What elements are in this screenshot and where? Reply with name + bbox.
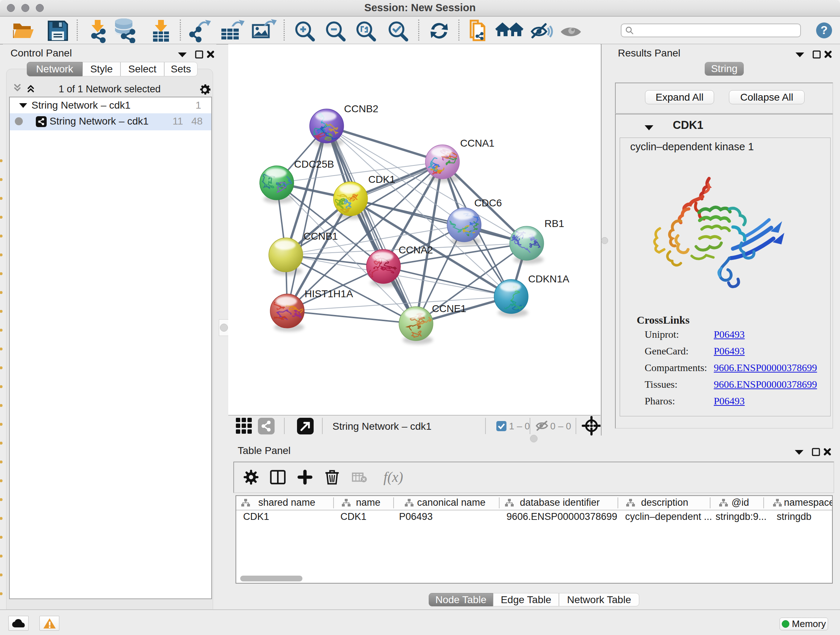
svg-text:CCNB1: CCNB1 [303,231,338,242]
svg-text:CDC25B: CDC25B [294,158,334,170]
svg-text:CDKN1A: CDKN1A [528,273,569,285]
svg-text:CCNE1: CCNE1 [432,303,466,314]
svg-text:1 – 0: 1 – 0 [509,421,530,432]
svg-text:HIST1H1A: HIST1H1A [305,288,353,299]
svg-text:0 – 0: 0 – 0 [550,421,571,432]
svg-text:?: ? [821,24,828,36]
svg-text:RB1: RB1 [545,218,564,229]
svg-text:CCNA2: CCNA2 [399,244,433,256]
svg-text:CCNB2: CCNB2 [344,103,378,114]
svg-text:CDK1: CDK1 [368,174,395,185]
svg-text:CDC6: CDC6 [474,197,502,209]
svg-text:f(x): f(x) [384,469,403,485]
svg-text:CCNA1: CCNA1 [460,138,494,149]
svg-text:String Network – cdk1: String Network – cdk1 [332,421,431,432]
